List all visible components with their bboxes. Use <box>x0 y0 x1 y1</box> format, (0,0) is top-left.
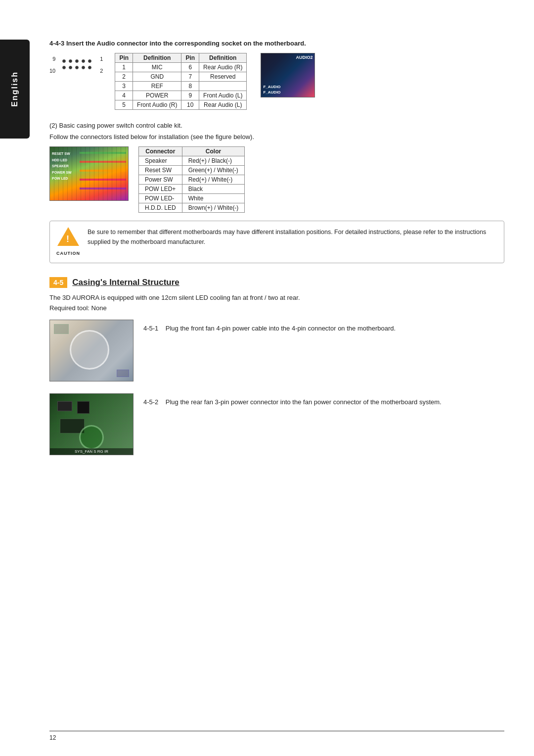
wire-label: RESET SW <box>52 151 72 157</box>
wire-label-list: RESET SW HDD LED SPEAKER POWER SW POW LE… <box>52 151 72 182</box>
basic-casing-subtitle: Follow the connectors listed below for i… <box>49 133 504 141</box>
pin-table-header-def2: Definition <box>199 53 247 63</box>
section-45-box-label: 4-5 <box>49 277 67 288</box>
def-cell: POWER <box>133 91 181 100</box>
fan-step-2-desc: Plug the rear fan 3-pin power connector … <box>166 398 442 406</box>
connector-cell: Speaker <box>139 156 182 166</box>
pin-diagram: 9 10 <box>49 53 103 77</box>
table-row: 4 POWER 9 Front Audio (L) <box>115 91 247 100</box>
connector-cell: POW LED+ <box>139 185 182 194</box>
def-cell: Rear Audio (L) <box>199 100 247 110</box>
fan-step-2-number: 4-5-2 <box>143 398 158 406</box>
table-row: POW LED- White <box>139 194 245 203</box>
pin-cell: 9 <box>181 91 199 100</box>
pin-cell: 3 <box>115 82 133 91</box>
fan-step-2-text: 4-5-2 Plug the rear fan 3-pin power conn… <box>143 393 442 408</box>
table-row: Speaker Red(+) / Black(-) <box>139 156 245 166</box>
pcb-detail <box>54 324 69 334</box>
page-number: 12 <box>49 734 56 741</box>
def-cell: GND <box>133 72 181 82</box>
connector-block: RESET SW HDD LED SPEAKER POWER SW POW LE… <box>49 146 504 213</box>
pin-numbers-left: 9 10 <box>49 53 55 77</box>
pin-cell: 2 <box>115 72 133 82</box>
caution-text: Be sure to remember that different mothe… <box>88 227 496 247</box>
def-cell: MIC <box>133 63 181 72</box>
caution-label: CAUTION <box>56 250 80 257</box>
caution-exclamation: ! <box>66 232 69 246</box>
section-45-header: 4-5 Casing's Internal Structure <box>49 277 504 288</box>
pin-dot <box>75 66 79 69</box>
pin-table-header-pin2: Pin <box>181 53 199 63</box>
def-cell: Rear Audio (R) <box>199 63 247 72</box>
color-cell: White <box>182 194 245 203</box>
fan-circle-2 <box>79 425 104 450</box>
connector-cell: Reset SW <box>139 166 182 175</box>
connector-cell: H.D.D. LED <box>139 203 182 213</box>
color-cell: Red(+) / Black(-) <box>182 156 245 166</box>
wire-label: SPEAKER <box>52 163 72 170</box>
section-45-required: Required tool: None <box>49 304 504 312</box>
def-cell: Front Audio (L) <box>199 91 247 100</box>
chip-1 <box>57 401 72 411</box>
table-row: 2 GND 7 Reserved <box>115 72 247 82</box>
pin-dot <box>82 66 85 69</box>
section-45-desc: The 3D AURORA is equipped with one 12cm … <box>49 294 504 301</box>
pin-grid-top <box>62 59 93 71</box>
wire-label: HDD LED <box>52 157 72 164</box>
connector-cell: POW LED- <box>139 194 182 203</box>
pin-cell: 6 <box>181 63 199 72</box>
audio-connector-image: AUDIO2 F_AUDIO F_AUDIO <box>261 53 315 97</box>
pin-cell: 7 <box>181 72 199 82</box>
connector-table-header-color: Color <box>182 147 245 156</box>
basic-casing-title: (2) Basic casing power switch control ca… <box>49 122 504 129</box>
fan-circle <box>70 330 109 370</box>
audio-block: 9 10 <box>49 53 504 110</box>
pin-cell: 1 <box>115 63 133 72</box>
pin-dot <box>69 59 72 63</box>
pin-dot <box>88 59 91 63</box>
sidebar-label: English <box>10 71 19 107</box>
color-cell: Brown(+) / White(-) <box>182 203 245 213</box>
fan-image-2: SYS_FAN S RG IR <box>49 393 134 455</box>
pin-table-header-pin1: Pin <box>115 53 133 63</box>
pin-cell: 8 <box>181 82 199 91</box>
wire-label: POW LED <box>52 176 72 182</box>
pin-dot <box>69 66 72 69</box>
connector-table-header-connector: Connector <box>139 147 182 156</box>
pin-dot <box>82 59 85 63</box>
table-row: 1 MIC 6 Rear Audio (R) <box>115 63 247 72</box>
fan-label-bar: SYS_FAN S RG IR <box>50 448 133 455</box>
connector-cell: Power SW <box>139 175 182 185</box>
color-cell: Red(+) / White(-) <box>182 175 245 185</box>
pin-grid-container <box>60 59 95 71</box>
def-cell: Front Audio (R) <box>133 100 181 110</box>
fan-block-2: SYS_FAN S RG IR 4-5-2 Plug the rear fan … <box>49 393 504 455</box>
table-row: 5 Front Audio (R) 10 Rear Audio (L) <box>115 100 247 110</box>
pin-cell: 10 <box>181 100 199 110</box>
fan-step-1-text: 4-5-1 Plug the front fan 4-pin power cab… <box>143 320 396 334</box>
color-cell: Green(+) / White(-) <box>182 166 245 175</box>
color-cell: Black <box>182 185 245 194</box>
wires-image: RESET SW HDD LED SPEAKER POWER SW POW LE… <box>49 146 129 201</box>
pin-dot <box>75 59 79 63</box>
pin-dot <box>88 66 91 69</box>
pin-table-header-def1: Definition <box>133 53 181 63</box>
table-row: Power SW Red(+) / White(-) <box>139 175 245 185</box>
wire-label: POWER SW <box>52 170 72 176</box>
table-row: POW LED+ Black <box>139 185 245 194</box>
pin-dot <box>62 59 66 63</box>
def-cell: Reserved <box>199 72 247 82</box>
pin-table-body: 1 MIC 6 Rear Audio (R) 2 GND 7 Reserved … <box>115 63 247 110</box>
fan-step-1-number: 4-5-1 <box>143 325 158 332</box>
fan-step-1-desc: Plug the front fan 4-pin power cable int… <box>166 325 396 332</box>
pin-table: Pin Definition Pin Definition 1 MIC 6 Re… <box>115 53 247 110</box>
sidebar-tab: English <box>0 40 30 139</box>
chip-2 <box>77 401 89 414</box>
def-cell <box>199 82 247 91</box>
fan-image-1 <box>49 320 134 381</box>
section-443: 4-4-3 Insert the Audio connector into th… <box>49 40 504 110</box>
table-row: H.D.D. LED Brown(+) / White(-) <box>139 203 245 213</box>
def-cell: REF <box>133 82 181 91</box>
table-row: Reset SW Green(+) / White(-) <box>139 166 245 175</box>
section-443-title: 4-4-3 Insert the Audio connector into th… <box>49 40 504 47</box>
